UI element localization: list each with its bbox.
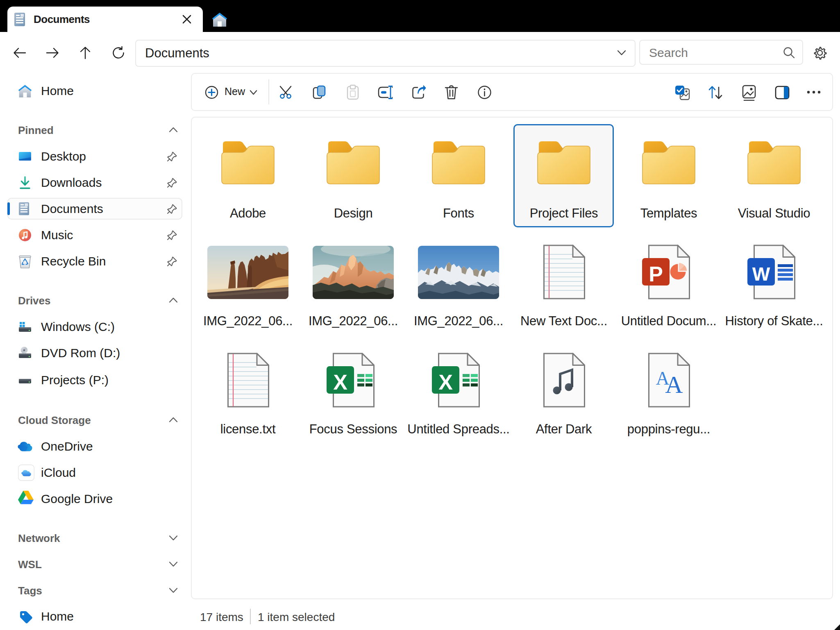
svg-text:X: X xyxy=(438,370,453,394)
svg-text:X: X xyxy=(333,370,347,394)
svg-text:W: W xyxy=(752,263,770,285)
svg-text:A: A xyxy=(665,371,683,398)
svg-text:P: P xyxy=(649,262,663,286)
